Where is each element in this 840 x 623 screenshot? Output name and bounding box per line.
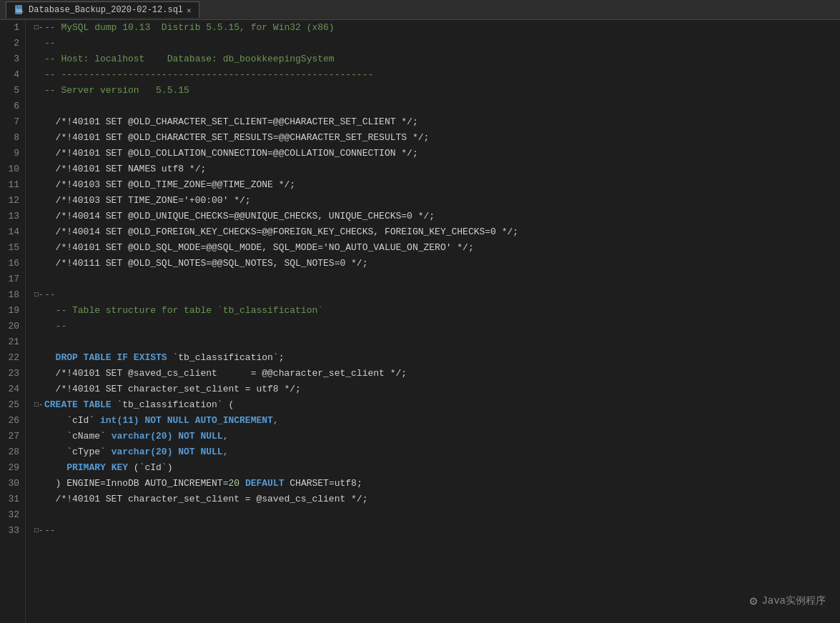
line-number: 4 [6,67,19,83]
line-number: 11 [6,177,19,193]
fold-indicator [34,224,44,240]
line-number: 33 [6,523,19,539]
fold-indicator[interactable]: □- [34,20,44,36]
token [239,476,245,492]
code-line: /*!40014 SET @OLD_FOREIGN_KEY_CHECKS=@@F… [34,224,840,240]
token: -- MySQL dump 10.13 Distrib 5.5.15, for … [44,20,335,36]
line-number: 23 [6,366,19,382]
token: 20 [228,476,239,492]
fold-indicator [34,319,44,334]
file-tab[interactable]: SQL Database_Backup_2020-02-12.sql ✕ [6,1,199,18]
token: CHARSET=utf8; [284,476,362,492]
code-line: /*!40101 SET @OLD_CHARACTER_SET_CLIENT=@… [34,114,840,130]
code-line: /*!40103 SET @OLD_TIME_ZONE=@@TIME_ZONE … [34,177,840,193]
fold-indicator[interactable]: □- [34,397,44,413]
code-content[interactable]: □--- MySQL dump 10.13 Distrib 5.5.15, fo… [26,20,840,623]
code-line: `cType` varchar(20) NOT NULL, [34,444,840,460]
token: `tb_classification`; [167,350,285,366]
token: `cId` [44,413,100,429]
token: ) ENGINE=InnoDB AUTO_INCREMENT= [44,476,228,492]
line-number: 13 [6,209,19,224]
token: /*!40101 SET @OLD_COLLATION_CONNECTION=@… [44,146,418,161]
code-line: `cId` int(11) NOT NULL AUTO_INCREMENT, [34,413,840,429]
line-number: 24 [6,382,19,397]
fold-indicator [34,99,44,114]
token: /*!40014 SET @OLD_UNIQUE_CHECKS=@@UNIQUE… [44,209,435,224]
code-line: /*!40103 SET TIME_ZONE='+00:00' */; [34,193,840,209]
fold-indicator [34,240,44,256]
fold-indicator [34,492,44,507]
line-number: 12 [6,193,19,209]
tab-label: Database_Backup_2020-02-12.sql [29,5,183,15]
token: -- [44,36,56,51]
fold-indicator [34,413,44,429]
code-line: /*!40101 SET @OLD_SQL_MODE=@@SQL_MODE, S… [34,240,840,256]
fold-indicator [34,429,44,444]
fold-indicator [34,334,44,350]
code-line: -- Host: localhost Database: db_bookkeep… [34,51,840,67]
token: `cName` [44,429,112,444]
code-line: DROP TABLE IF EXISTS `tb_classification`… [34,350,840,366]
fold-indicator [34,476,44,492]
line-number: 10 [6,161,19,177]
code-line: `cName` varchar(20) NOT NULL, [34,429,840,444]
token: PRIMARY KEY [66,460,128,476]
code-line: /*!40014 SET @OLD_UNIQUE_CHECKS=@@UNIQUE… [34,209,840,224]
token: /*!40101 SET NAMES utf8 */; [44,161,206,177]
line-number: 5 [6,83,19,99]
fold-indicator [34,177,44,193]
code-line: /*!40101 SET character_set_client = utf8… [34,382,840,397]
code-line [34,334,840,350]
fold-indicator [34,51,44,67]
fold-indicator[interactable]: □- [34,287,44,303]
code-line: /*!40101 SET @OLD_CHARACTER_SET_RESULTS=… [34,130,840,146]
token: `tb_classification` ( [112,397,234,413]
line-number: 6 [6,99,19,114]
fold-indicator [34,256,44,271]
token: /*!40111 SET @OLD_SQL_NOTES=@@SQL_NOTES,… [44,256,367,271]
fold-indicator [34,36,44,51]
fold-indicator [34,83,44,99]
token: CREATE TABLE [44,397,112,413]
close-tab-button[interactable]: ✕ [187,6,192,15]
token: -- -------------------------------------… [44,67,373,83]
line-number: 8 [6,130,19,146]
line-number: 25 [6,397,19,413]
code-line: -- [34,36,840,51]
code-line: /*!40101 SET character_set_client = @sav… [34,492,840,507]
code-line: -- Table structure for table `tb_classif… [34,303,840,319]
line-number: 9 [6,146,19,161]
line-number: 27 [6,429,19,444]
token: /*!40014 SET @OLD_FOREIGN_KEY_CHECKS=@@F… [44,224,518,240]
fold-indicator[interactable]: □- [34,523,44,539]
line-number: 1 [6,20,19,36]
line-number: 7 [6,114,19,130]
fold-indicator [34,193,44,209]
fold-indicator [34,366,44,382]
line-number: 3 [6,51,19,67]
code-line [34,271,840,287]
token: DROP TABLE IF EXISTS [56,350,167,366]
code-line: /*!40101 SET NAMES utf8 */; [34,161,840,177]
line-number: 32 [6,507,19,523]
line-number: 28 [6,444,19,460]
token: int(11) NOT NULL AUTO_INCREMENT, [100,413,279,429]
line-number: 16 [6,256,19,271]
line-number: 21 [6,334,19,350]
token: /*!40101 SET @OLD_SQL_MODE=@@SQL_MODE, S… [44,240,474,256]
token: -- Table structure for table `tb_classif… [44,303,323,319]
svg-text:SQL: SQL [16,8,24,13]
fold-indicator [34,460,44,476]
fold-indicator [34,67,44,83]
token: /*!40103 SET @OLD_TIME_ZONE=@@TIME_ZONE … [44,177,295,193]
token: /*!40101 SET @saved_cs_client = @@charac… [44,366,407,382]
line-number: 19 [6,303,19,319]
code-line: /*!40111 SET @OLD_SQL_NOTES=@@SQL_NOTES,… [34,256,840,271]
code-line: -- [34,319,840,334]
token: -- Host: localhost Database: db_bookkeep… [44,51,335,67]
fold-indicator [34,130,44,146]
token: varchar(20) NOT NULL, [112,429,229,444]
code-line: PRIMARY KEY (`cId`) [34,460,840,476]
file-icon: SQL [14,4,25,16]
line-number: 15 [6,240,19,256]
